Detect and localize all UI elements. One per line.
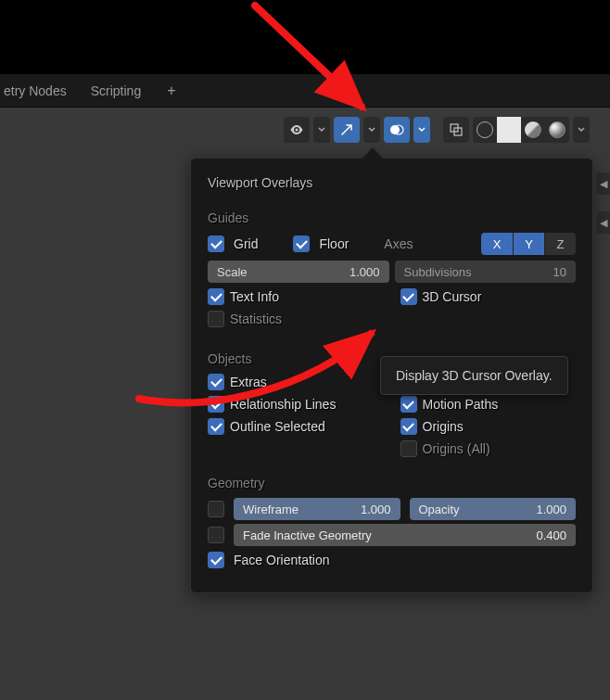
gizmo-dropdown-icon[interactable] — [363, 117, 380, 143]
statistics-label: Statistics — [230, 312, 282, 326]
tooltip-3d-cursor: Display 3D Cursor Overlay. — [380, 356, 568, 395]
opacity-slider[interactable]: Opacity 1.000 — [410, 498, 577, 520]
motion-paths-label: Motion Paths — [423, 397, 499, 412]
svg-point-0 — [296, 129, 299, 132]
axes-label: Axes — [384, 236, 413, 251]
axis-x-button[interactable]: X — [481, 233, 513, 255]
top-tabs-bar: etry Nodes Scripting + — [0, 74, 610, 108]
shading-solid-button[interactable] — [497, 117, 521, 143]
geometry-section-label: Geometry — [208, 476, 576, 490]
gizmo-toggle-button[interactable] — [334, 117, 360, 143]
scale-field-value: 1.000 — [349, 265, 380, 279]
tab-geometry-nodes[interactable]: etry Nodes — [0, 78, 70, 104]
xray-toggle-button[interactable] — [443, 117, 469, 143]
shading-mode-group — [473, 117, 569, 143]
shading-dropdown-icon[interactable] — [573, 117, 590, 143]
subdivisions-field[interactable]: Subdivisions 10 — [395, 261, 577, 283]
fade-inactive-checkbox[interactable] — [208, 527, 224, 543]
cursor3d-checkbox[interactable] — [400, 288, 417, 305]
grid-label: Grid — [234, 236, 258, 251]
tab-scripting[interactable]: Scripting — [87, 78, 145, 104]
overlays-dropdown-icon[interactable] — [413, 117, 430, 143]
axis-y-button[interactable]: Y — [513, 233, 544, 255]
fade-inactive-slider-value: 0.400 — [536, 528, 566, 542]
subdivisions-field-label: Subdivisions — [404, 265, 472, 279]
floor-checkbox[interactable] — [293, 235, 310, 252]
wireframe-checkbox[interactable] — [208, 501, 224, 517]
origins-all-label: Origins (All) — [423, 441, 490, 456]
scale-field-label: Scale — [217, 265, 248, 279]
opacity-slider-value: 1.000 — [536, 503, 566, 516]
origins-label: Origins — [423, 419, 464, 434]
fade-inactive-slider[interactable]: Fade Inactive Geometry 0.400 — [234, 524, 576, 546]
wireframe-slider-value: 1.000 — [361, 503, 391, 516]
popover-title: Viewport Overlays — [208, 175, 576, 190]
relationship-lines-label: Relationship Lines — [230, 397, 336, 412]
floor-label: Floor — [319, 236, 349, 251]
scale-field[interactable]: Scale 1.000 — [208, 261, 389, 283]
relationship-lines-checkbox[interactable] — [208, 396, 224, 413]
guides-section-label: Guides — [208, 210, 576, 225]
outline-selected-label: Outline Selected — [230, 419, 325, 434]
visibility-dropdown-icon[interactable] — [313, 117, 330, 143]
text-info-label: Text Info — [230, 289, 279, 304]
text-info-checkbox[interactable] — [208, 288, 224, 305]
fade-inactive-slider-label: Fade Inactive Geometry — [243, 528, 372, 542]
axis-z-button[interactable]: Z — [544, 233, 576, 255]
statistics-checkbox[interactable] — [208, 311, 224, 327]
grid-checkbox[interactable] — [208, 235, 224, 252]
visibility-eye-button[interactable] — [284, 117, 310, 143]
face-orientation-checkbox[interactable] — [208, 552, 224, 568]
cursor3d-label: 3D Cursor — [423, 289, 482, 304]
outline-selected-checkbox[interactable] — [208, 418, 224, 435]
wireframe-slider-label: Wireframe — [243, 503, 299, 516]
extras-label: Extras — [230, 375, 267, 389]
add-workspace-button[interactable]: + — [161, 81, 181, 101]
wireframe-slider[interactable]: Wireframe 1.000 — [234, 498, 400, 520]
sidebar-toggle-chevron-icon[interactable]: ◀ — [597, 172, 610, 195]
opacity-slider-label: Opacity — [419, 503, 460, 516]
origins-all-checkbox[interactable] — [400, 440, 417, 457]
shading-wireframe-button[interactable] — [473, 117, 497, 143]
face-orientation-label: Face Orientation — [234, 553, 330, 567]
extras-checkbox[interactable] — [208, 374, 224, 390]
axes-button-group: X Y Z — [481, 233, 576, 255]
shading-rendered-button[interactable] — [545, 117, 569, 143]
shading-material-button[interactable] — [521, 117, 545, 143]
motion-paths-checkbox[interactable] — [400, 396, 417, 413]
toolbar-toggle-chevron-icon[interactable]: ◀ — [597, 211, 610, 234]
overlays-toggle-button[interactable] — [384, 117, 410, 143]
origins-checkbox[interactable] — [400, 418, 417, 435]
viewport-header-toolbar — [284, 115, 590, 145]
subdivisions-field-value: 10 — [553, 265, 566, 279]
